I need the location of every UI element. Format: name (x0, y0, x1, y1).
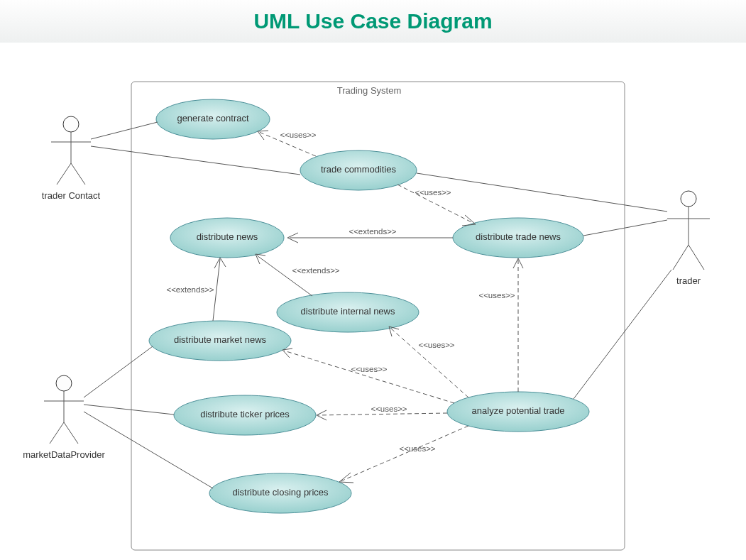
svg-text:generate contract: generate contract (177, 113, 249, 123)
svg-text:<<extends>>: <<extends>> (166, 285, 214, 294)
svg-line-4 (71, 163, 85, 185)
svg-line-49 (318, 413, 447, 415)
svg-line-45 (390, 328, 468, 397)
actor-trader: trader (667, 191, 710, 286)
assoc-tradercontact-genContract (91, 122, 158, 139)
assoc-trader-tradecom (417, 173, 667, 212)
rel-uses-analyze-to-dtn: <<uses>> (478, 258, 523, 392)
svg-text:distribute closing prices: distribute closing prices (232, 487, 329, 498)
svg-line-35 (257, 256, 312, 296)
rel-uses-analyze-to-ticker: <<uses>> (317, 405, 447, 420)
svg-line-9 (64, 422, 78, 444)
usecase-distribute-ticker-prices: distribute ticker prices (174, 395, 316, 435)
svg-text:<<uses>>: <<uses>> (371, 405, 407, 413)
diagram-canvas: Trading System trader Contact marketData… (0, 43, 746, 560)
svg-line-13 (673, 245, 689, 270)
assoc-trader-analyze (574, 270, 671, 399)
usecase-distribute-trade-news: distribute trade news (453, 218, 583, 258)
svg-text:<<extends>>: <<extends>> (349, 227, 396, 236)
svg-line-47 (284, 351, 454, 403)
svg-text:<<uses>>: <<uses>> (478, 291, 515, 300)
svg-text:trade commodities: trade commodities (321, 164, 397, 175)
rel-extends-market-to-news: <<extends>> (166, 258, 226, 321)
svg-text:distribute ticker prices: distribute ticker prices (200, 409, 290, 419)
svg-text:distribute internal news: distribute internal news (301, 306, 395, 317)
assoc-mdp-marketnews (84, 346, 153, 397)
rel-uses-tradecom-to-dtn: <<uses>> (397, 185, 476, 226)
svg-text:analyze potential trade: analyze potential trade (472, 405, 565, 416)
svg-text:distribute news: distribute news (197, 231, 258, 242)
svg-point-10 (681, 191, 696, 207)
usecase-trade-commodities: trade commodities (300, 150, 417, 190)
svg-text:distribute market news: distribute market news (174, 334, 267, 345)
usecase-distribute-news: distribute news (170, 218, 284, 258)
actor-trader-contact: trader Contact (42, 116, 101, 201)
svg-text:<<extends>>: <<extends>> (292, 266, 339, 275)
actor-trader-label: trader (676, 275, 701, 286)
svg-point-5 (56, 375, 72, 391)
rel-uses-analyze-to-closing: <<uses>> (339, 426, 468, 483)
svg-line-51 (341, 426, 468, 481)
usecase-distribute-market-news: distribute market news (149, 321, 291, 361)
usecase-generate-contract: generate contract (156, 99, 270, 139)
svg-line-14 (689, 245, 704, 270)
system-label: Trading System (337, 85, 402, 96)
usecase-distribute-internal-news: distribute internal news (277, 292, 419, 332)
svg-line-8 (50, 422, 64, 444)
svg-text:<<uses>>: <<uses>> (415, 188, 451, 197)
actor-market-data-provider-label: marketDataProvider (23, 449, 105, 460)
assoc-tradercontact-tradecom (91, 146, 300, 175)
svg-text:<<uses>>: <<uses>> (351, 365, 387, 373)
svg-point-0 (63, 116, 79, 132)
rel-uses-tradecom-to-gen: <<uses>> (258, 131, 317, 156)
svg-text:<<uses>>: <<uses>> (418, 341, 454, 349)
actor-market-data-provider: marketDataProvider (23, 375, 105, 460)
rel-uses-analyze-to-market: <<uses>> (283, 348, 454, 403)
actor-trader-contact-label: trader Contact (42, 190, 101, 201)
svg-text:distribute trade news: distribute trade news (476, 231, 561, 242)
assoc-trader-distribute-trade-news (583, 220, 667, 236)
usecase-distribute-closing-prices: distribute closing prices (209, 473, 351, 513)
usecase-analyze-potential-trade: analyze potential trade (447, 392, 589, 432)
rel-extends-tradenews-to-news: <<extends>> (287, 227, 453, 243)
assoc-mdp-ticker (84, 405, 174, 414)
rel-uses-analyze-to-internal: <<uses>> (389, 326, 468, 397)
svg-line-3 (57, 163, 71, 185)
svg-text:<<uses>>: <<uses>> (399, 444, 435, 453)
page-title: UML Use Case Diagram (0, 0, 746, 43)
svg-text:<<uses>>: <<uses>> (280, 131, 316, 139)
rel-extends-internal-to-news: <<extends>> (256, 254, 340, 296)
